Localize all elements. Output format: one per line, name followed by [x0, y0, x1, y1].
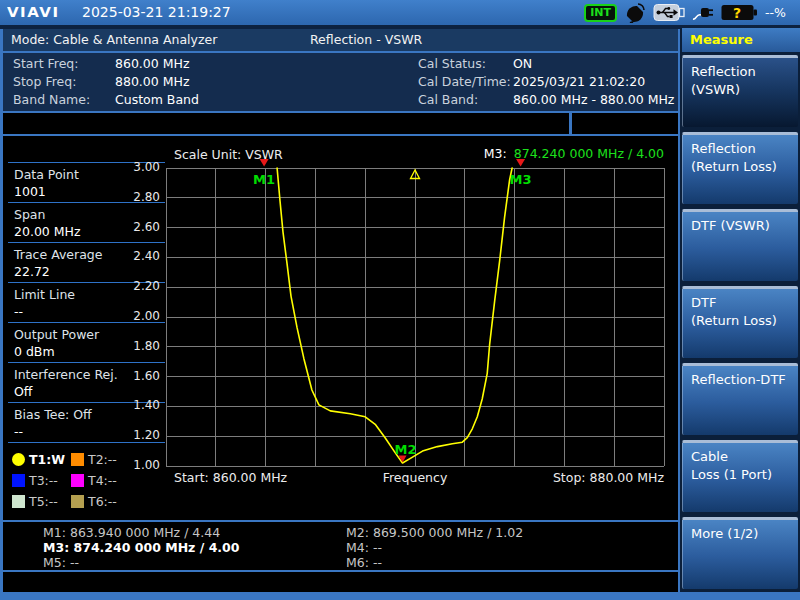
softkey-menu: Measure Reflection(VSWR)Reflection(Retur… [680, 28, 800, 592]
y-tick-label: 1.80 [124, 339, 160, 353]
info-row-value: ON [513, 56, 532, 71]
trace-swatch [71, 495, 84, 508]
trace-label: T3:-- [29, 473, 58, 488]
top-status-bar: VIAVI 2025-03-21 21:19:27 INT [0, 0, 800, 25]
info-row-value: Custom Band [115, 92, 199, 107]
info-row: Start Freq:860.00 MHz [13, 56, 343, 74]
menu-button-reflection-vswr[interactable]: Reflection(VSWR) [682, 55, 798, 127]
menu-button-dtf-return-loss[interactable]: DTF(Return Loss) [682, 286, 798, 358]
usb-icon [653, 3, 685, 22]
marker-label: M2 [395, 442, 417, 457]
gps-source-label: INT [590, 6, 611, 20]
y-tick-label: 1.20 [124, 428, 160, 442]
trace-swatch [12, 453, 25, 466]
menu-button-more-1-2[interactable]: More (1/2) [682, 517, 798, 589]
gps-int-badge: INT [584, 4, 617, 22]
info-row-label: Stop Freq: [13, 74, 76, 89]
menu-button-label: Reflection [691, 140, 792, 158]
menu-button-label: (VSWR) [691, 81, 792, 99]
info-row-value: 2025/03/21 21:02:20 [513, 74, 645, 89]
trace-legend-row: T3:--T4:-- [3, 470, 168, 491]
bottom-message-strip [3, 572, 678, 592]
y-tick-label: 1.00 [124, 458, 160, 472]
marker-row-m1: M1: 863.940 000 MHz / 4.44 [43, 525, 240, 540]
menu-button-label: Reflection [691, 63, 792, 81]
datetime-display: 2025-03-21 21:19:27 [82, 4, 231, 20]
y-tick-label: 2.20 [124, 279, 160, 293]
vswr-chart-plot[interactable]: M1M2M3 [166, 168, 664, 466]
trace-label: T6:-- [88, 494, 117, 509]
marker-row-m4: M4: -- [346, 540, 523, 555]
gps-satellite-icon [624, 3, 646, 23]
info-row-value: 880.00 MHz [115, 74, 189, 89]
menu-button-label: (Return Loss) [691, 158, 792, 176]
info-row: Cal Date/Time:2025/03/21 21:02:20 [418, 74, 676, 92]
info-row-label: Start Freq: [13, 56, 79, 71]
marker-row-m6: M6: -- [346, 555, 523, 570]
y-tick-label: 2.00 [124, 309, 160, 323]
trace-legend-item-t2: T2:-- [71, 449, 117, 470]
menu-button-reflection-dtf[interactable]: Reflection-DTF [682, 363, 798, 435]
marker-column-1: M1: 863.940 000 MHz / 4.44M3: 874.240 00… [43, 525, 240, 570]
message-strip-left [3, 113, 569, 134]
trace-legend-item-t5: T5:-- [12, 491, 58, 512]
marker-label: M1 [253, 172, 275, 187]
trace-t1 [277, 168, 512, 463]
y-tick-label: 2.40 [124, 249, 160, 263]
marker-m2: M2 [395, 442, 417, 463]
menu-button-dtf-vswr[interactable]: DTF (VSWR) [682, 209, 798, 281]
battery-icon: ? [721, 3, 758, 22]
frequency-cal-info-panel: Start Freq:860.00 MHzStop Freq:880.00 MH… [3, 53, 678, 111]
trace-label: T2:-- [88, 452, 117, 467]
trace-label: T1:W [29, 452, 65, 467]
info-row: Stop Freq:880.00 MHz [13, 74, 343, 92]
trace-label: T5:-- [29, 494, 58, 509]
y-tick-label: 2.60 [124, 220, 160, 234]
mode-label: Mode: Cable & Antenna Analyzer [11, 32, 217, 47]
menu-button-cable-loss-1-port[interactable]: CableLoss (1 Port) [682, 440, 798, 512]
trace-label: T4:-- [88, 473, 117, 488]
menu-button-reflection-return-loss[interactable]: Reflection(Return Loss) [682, 132, 798, 204]
marker-label: M3 [510, 172, 532, 187]
y-tick-label: 1.40 [124, 398, 160, 412]
message-strip-right [572, 113, 678, 134]
marker-row-m2: M2: 869.500 000 MHz / 1.02 [346, 525, 523, 540]
active-marker-value: 874.240 000 MHz / 4.00 [514, 146, 664, 161]
x-axis-stop-label: Stop: 880.00 MHz [166, 470, 664, 485]
info-row-label: Cal Status: [418, 56, 486, 71]
trace-swatch [71, 453, 84, 466]
marker-row-m5: M5: -- [43, 555, 240, 570]
viavi-logo: VIAVI [7, 4, 59, 21]
sidebar-item-value: 22.72 [14, 263, 165, 280]
y-tick-label: 1.60 [124, 369, 160, 383]
trace-legend-item-t4: T4:-- [71, 470, 117, 491]
svg-text:?: ? [733, 5, 741, 21]
battery-percent-label: --% [765, 5, 786, 20]
mode-bar: Mode: Cable & Antenna Analyzer Reflectio… [3, 29, 678, 51]
menu-button-label: DTF [691, 294, 792, 312]
trace-legend-row: T5:--T6:-- [3, 491, 168, 512]
menu-button-label: DTF (VSWR) [691, 217, 792, 235]
calibration-info-column: Cal Status:ONCal Date/Time:2025/03/21 21… [418, 56, 676, 110]
info-row-value: 860.00 MHz - 880.00 MHz [513, 92, 674, 107]
menu-button-label: Cable [691, 448, 792, 466]
info-row: Cal Band:860.00 MHz - 880.00 MHz [418, 92, 676, 110]
menu-button-label: Reflection-DTF [691, 371, 792, 389]
info-row-value: 860.00 MHz [115, 56, 189, 71]
trace-swatch [71, 474, 84, 487]
info-row: Cal Status:ON [418, 56, 676, 74]
chart-grid [166, 168, 664, 466]
active-marker-readout: M3:874.240 000 MHz / 4.00 [380, 146, 664, 161]
info-row-label: Band Name: [13, 92, 90, 107]
menu-title: Measure [682, 28, 800, 52]
marker-column-2: M2: 869.500 000 MHz / 1.02M4: --M6: -- [346, 525, 523, 570]
marker-readout-panel: M1: 863.940 000 MHz / 4.44M3: 874.240 00… [3, 522, 678, 570]
power-plug-icon [692, 3, 714, 22]
info-row: Band Name:Custom Band [13, 92, 343, 110]
measurement-label: Reflection - VSWR [310, 32, 422, 47]
info-row-label: Cal Date/Time: [418, 74, 511, 89]
y-tick-label: 3.00 [124, 160, 160, 174]
trace-legend-item-t6: T6:-- [71, 491, 117, 512]
frequency-info-column: Start Freq:860.00 MHzStop Freq:880.00 MH… [13, 56, 343, 110]
active-marker-id: M3: [484, 146, 507, 161]
